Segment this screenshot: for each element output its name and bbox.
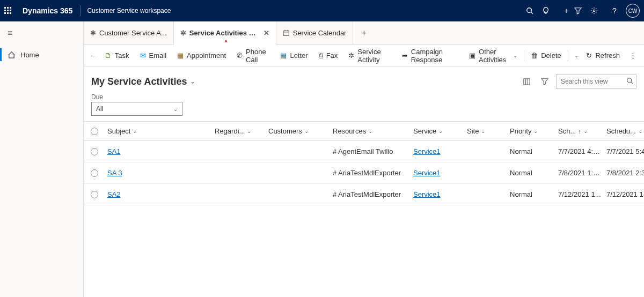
col-regarding[interactable]: Regardi...⌄ [213, 127, 266, 135]
cell-service-link[interactable]: Service1 [413, 169, 441, 177]
tab-service-activities[interactable]: ✲ Service Activities My Ser... ✕ [174, 21, 276, 44]
other-icon: ▣ [469, 51, 475, 60]
brand-label[interactable]: Dynamics 365 [23, 6, 72, 15]
svg-rect-4 [7, 10, 9, 11]
cmd-appointment[interactable]: ▦Appointment [172, 45, 231, 66]
cell-sch-end: 7/8/2021 2:3... [604, 169, 644, 177]
cell-resources: # AgentEmail Twilio [331, 147, 411, 155]
cell-service-link[interactable]: Service1 [413, 190, 441, 198]
search-icon[interactable] [526, 7, 542, 14]
cell-service-link[interactable]: Service1 [413, 147, 441, 155]
chevron-down-icon: ⌄ [368, 128, 372, 134]
app-launcher-icon[interactable] [4, 7, 17, 14]
svg-line-21 [631, 82, 633, 84]
cmd-refresh[interactable]: ↻Refresh [581, 45, 625, 66]
lightbulb-icon[interactable] [542, 7, 558, 14]
filter-value: All [96, 105, 103, 113]
help-icon[interactable]: ? [606, 6, 623, 15]
search-icon[interactable] [626, 77, 633, 84]
user-avatar[interactable]: CW [626, 4, 640, 18]
col-label: Schedu... [606, 127, 636, 135]
col-label: Priority [510, 127, 531, 135]
cell-priority: Normal [508, 147, 556, 155]
chevron-down-icon: ⌄ [133, 128, 137, 134]
cmd-letter[interactable]: ▤Letter [275, 45, 313, 66]
select-all-radio[interactable] [91, 128, 98, 135]
col-service[interactable]: Service⌄ [411, 127, 465, 135]
col-priority[interactable]: Priority⌄ [508, 127, 556, 135]
chevron-down-icon: ⌄ [304, 128, 309, 134]
global-top-bar: Dynamics 365 Customer Service workspace … [0, 0, 644, 21]
svg-rect-6 [4, 12, 6, 14]
col-subject[interactable]: Subject⌄ [105, 127, 213, 135]
cmd-campaign-response[interactable]: ➦Campaign Response [397, 45, 464, 66]
cmd-label: Delete [541, 51, 561, 60]
tab-close-icon[interactable]: ✕ [264, 29, 269, 37]
search-input[interactable] [556, 74, 636, 89]
left-nav: ≡ Home [0, 21, 84, 297]
chevron-down-icon: ⌄ [247, 128, 251, 134]
svg-rect-0 [4, 7, 6, 9]
cmd-label: Phone Call [246, 48, 269, 64]
col-customers[interactable]: Customers⌄ [266, 127, 331, 135]
cmd-label: Task [115, 51, 129, 60]
col-sch-end[interactable]: Schedu...⌄ [604, 127, 644, 135]
cmd-delete-split-chevron[interactable]: ⌄ [569, 45, 581, 66]
col-label: Service [413, 127, 436, 135]
sidebar-item-home[interactable]: Home [0, 45, 83, 64]
cell-subject-link[interactable]: SA2 [107, 190, 121, 198]
cmd-fax[interactable]: ⎙Fax [313, 45, 343, 66]
tab-add-button[interactable]: + [353, 21, 375, 44]
cmd-label: Refresh [595, 51, 620, 60]
home-icon [8, 51, 17, 59]
svg-rect-7 [7, 12, 9, 14]
filter-icon[interactable] [538, 75, 552, 88]
workspace-label[interactable]: Customer Service workspace [87, 7, 171, 14]
chevron-down-icon: ⌄ [513, 53, 517, 58]
add-icon[interactable]: + [558, 6, 574, 15]
command-bar: ← 🗋Task ✉Email ▦Appointment ✆Phone Call … [84, 45, 644, 66]
cmd-email[interactable]: ✉Email [135, 45, 172, 66]
cmd-other-activities[interactable]: ▣Other Activities⌄ [464, 45, 523, 66]
view-filter-row: Due All ⌄ [84, 91, 644, 121]
tab-label: Service Calendar [293, 29, 347, 37]
col-label: Regardi... [215, 127, 245, 135]
fax-icon: ⎙ [319, 51, 323, 60]
settings-icon[interactable] [590, 7, 606, 14]
tab-service-calendar[interactable]: Service Calendar [276, 21, 354, 44]
table-row[interactable]: SA1# AgentEmail TwilioService1Normal7/7/… [84, 141, 644, 162]
cell-sch-start: 7/7/2021 4:4... [556, 147, 604, 155]
row-select-radio[interactable] [91, 148, 98, 155]
nav-toggle-icon[interactable]: ≡ [0, 21, 83, 45]
cell-subject-link[interactable]: SA1 [107, 147, 121, 155]
view-header: My Service Activities ⌄ [84, 66, 644, 91]
edit-columns-icon[interactable] [519, 75, 533, 88]
col-site[interactable]: Site⌄ [465, 127, 508, 135]
cmd-overflow[interactable]: ⋮ [625, 51, 641, 60]
cmd-service-activity[interactable]: ✲Service Activity [343, 45, 396, 66]
filter-icon[interactable] [574, 7, 590, 14]
phone-icon: ✆ [237, 51, 243, 60]
row-select-radio[interactable] [91, 191, 98, 198]
cmd-task[interactable]: 🗋Task [99, 45, 135, 66]
filter-due-dropdown[interactable]: All ⌄ [91, 102, 182, 116]
col-sch-start[interactable]: Sch...↑⌄ [556, 127, 604, 135]
cmd-delete[interactable]: 🗑Delete [525, 45, 567, 66]
cmd-label: Campaign Response [411, 48, 458, 64]
tab-label: Service Activities My Ser... [189, 29, 259, 37]
col-resources[interactable]: Resources⌄ [331, 127, 411, 135]
table-row[interactable]: SA2# AriaTestMdlExporterService1Normal7/… [84, 184, 644, 205]
chevron-down-icon: ⌄ [533, 128, 538, 134]
cell-subject-link[interactable]: SA 3 [107, 169, 122, 177]
table-row[interactable]: SA 3# AriaTestMdlExporterService1Normal7… [84, 162, 644, 184]
back-button[interactable]: ← [87, 51, 99, 60]
calendar-icon [283, 29, 290, 36]
appointment-icon: ▦ [177, 51, 184, 60]
task-icon: 🗋 [105, 51, 112, 60]
cmd-label: Appointment [187, 51, 226, 60]
view-selector-chevron[interactable]: ⌄ [190, 78, 195, 85]
cmd-phonecall[interactable]: ✆Phone Call [231, 45, 275, 66]
tab-customer-service-agent[interactable]: ✱ Customer Service A... [84, 21, 174, 44]
row-select-radio[interactable] [91, 169, 98, 177]
command-separator [524, 50, 524, 61]
